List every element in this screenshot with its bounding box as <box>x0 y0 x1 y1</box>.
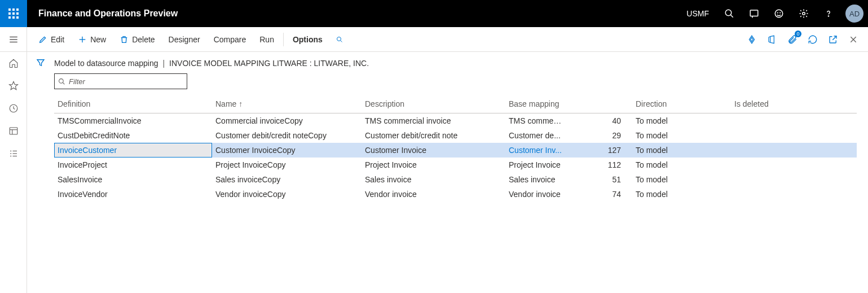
settings-button[interactable] <box>792 2 815 25</box>
nav-recent[interactable] <box>0 97 27 120</box>
cell-description[interactable]: Sales invoice <box>362 172 505 187</box>
close-button[interactable] <box>843 29 863 50</box>
cell-base-mapping[interactable]: Customer de... <box>505 128 567 143</box>
svg-point-0 <box>725 10 732 16</box>
company-picker[interactable]: USMF <box>680 9 716 18</box>
office-button[interactable] <box>762 29 782 50</box>
grid-filter-input[interactable] <box>69 77 183 86</box>
cell-direction[interactable]: To model <box>632 128 731 143</box>
search-button[interactable] <box>718 2 741 25</box>
cell-count[interactable]: 112 <box>567 158 632 172</box>
cell-base-mapping[interactable]: Customer Inv... <box>505 143 567 158</box>
power-apps-button[interactable] <box>742 29 762 50</box>
cell-description[interactable]: Customer debit/credit note <box>362 128 505 143</box>
cell-description[interactable]: Vendor invoice <box>362 187 505 202</box>
cell-direction[interactable]: To model <box>632 113 731 129</box>
cell-definition[interactable]: CustDebitCreditNote <box>54 128 212 143</box>
cell-is-deleted[interactable] <box>731 158 857 172</box>
cell-is-deleted[interactable] <box>731 187 857 202</box>
attachments-button[interactable]: 0 <box>782 29 803 50</box>
table-row[interactable]: CustDebitCreditNoteCustomer debit/credit… <box>54 128 857 143</box>
compare-button[interactable]: Compare <box>207 27 253 52</box>
new-button[interactable]: New <box>71 27 113 52</box>
svg-point-7 <box>828 16 829 16</box>
cell-name[interactable]: Sales invoiceCopy <box>212 172 362 187</box>
cell-definition[interactable]: TMSCommercialInvoice <box>54 113 212 129</box>
help-button[interactable] <box>817 2 840 25</box>
refresh-button[interactable] <box>803 29 823 50</box>
cell-count[interactable]: 29 <box>567 128 632 143</box>
cell-definition[interactable]: InvoiceProject <box>54 158 212 172</box>
separator <box>283 33 284 46</box>
mapping-grid: Definition Name Description Base mapping… <box>54 95 857 202</box>
avatar[interactable]: AD <box>845 5 863 23</box>
nav-expand-button[interactable] <box>0 27 27 52</box>
cell-base-mapping[interactable]: Sales invoice <box>505 172 567 187</box>
cell-name[interactable]: Vendor invoiceCopy <box>212 187 362 202</box>
nav-home[interactable] <box>0 52 27 75</box>
col-header-definition[interactable]: Definition <box>54 95 212 113</box>
table-row[interactable]: InvoiceProjectProject InvoiceCopyProject… <box>54 158 857 172</box>
cell-is-deleted[interactable] <box>731 172 857 187</box>
cell-is-deleted[interactable] <box>731 113 857 129</box>
messages-button[interactable] <box>743 2 765 25</box>
cell-count[interactable]: 127 <box>567 143 632 158</box>
svg-rect-2 <box>750 10 758 16</box>
cell-count[interactable]: 51 <box>567 172 632 187</box>
cell-name[interactable]: Customer InvoiceCopy <box>212 143 362 158</box>
cell-name[interactable]: Customer debit/credit noteCopy <box>212 128 362 143</box>
cell-base-mapping[interactable]: Project Invoice <box>505 158 567 172</box>
table-row[interactable]: SalesInvoiceSales invoiceCopySales invoi… <box>54 172 857 187</box>
feedback-button[interactable] <box>768 2 790 25</box>
header-right: USMF AD <box>680 2 868 25</box>
nav-modules[interactable] <box>0 142 27 165</box>
col-header-is-deleted[interactable]: Is deleted <box>731 95 857 113</box>
new-label: New <box>90 35 106 44</box>
options-button[interactable]: Options <box>286 27 329 52</box>
app-launcher-button[interactable] <box>0 0 27 27</box>
cell-definition[interactable]: SalesInvoice <box>54 172 212 187</box>
col-header-description[interactable]: Description <box>362 95 505 113</box>
popout-button[interactable] <box>823 29 843 50</box>
cell-direction[interactable]: To model <box>632 172 731 187</box>
col-header-name[interactable]: Name <box>212 95 362 113</box>
pencil-icon <box>38 35 47 44</box>
cell-count[interactable]: 40 <box>567 113 632 129</box>
table-row[interactable]: InvoiceVendorVendor invoiceCopyVendor in… <box>54 187 857 202</box>
waffle-icon <box>8 8 19 19</box>
cell-direction[interactable]: To model <box>632 187 731 202</box>
filter-pane-toggle-column <box>27 52 54 293</box>
nav-favorites[interactable] <box>0 75 27 97</box>
table-row[interactable]: TMSCommercialInvoiceCommercial invoiceCo… <box>54 113 857 129</box>
svg-point-5 <box>780 12 781 13</box>
svg-line-25 <box>340 40 342 42</box>
cell-description[interactable]: Project Invoice <box>362 158 505 172</box>
cell-base-mapping[interactable]: TMS commer... <box>505 113 567 129</box>
cell-base-mapping[interactable]: Vendor invoice <box>505 187 567 202</box>
svg-rect-13 <box>10 128 17 134</box>
cell-is-deleted[interactable] <box>731 143 857 158</box>
cell-name[interactable]: Project InvoiceCopy <box>212 158 362 172</box>
cell-description[interactable]: Customer Invoice <box>362 143 505 158</box>
edit-button[interactable]: Edit <box>32 27 71 52</box>
cell-description[interactable]: TMS commercial invoice <box>362 113 505 129</box>
cell-definition[interactable]: InvoiceCustomer <box>54 143 212 158</box>
cell-count[interactable]: 74 <box>567 187 632 202</box>
designer-button[interactable]: Designer <box>162 27 207 52</box>
cell-is-deleted[interactable] <box>731 128 857 143</box>
delete-button[interactable]: Delete <box>113 27 161 52</box>
cell-definition[interactable]: InvoiceVendor <box>54 187 212 202</box>
col-header-base-mapping[interactable]: Base mapping <box>505 95 567 113</box>
filter-pane-toggle[interactable] <box>36 58 46 293</box>
grid-filter-box[interactable] <box>54 73 187 89</box>
col-header-direction[interactable]: Direction <box>632 95 731 113</box>
edit-label: Edit <box>51 35 64 44</box>
run-button[interactable]: Run <box>253 27 281 52</box>
nav-workspaces[interactable] <box>0 120 27 142</box>
table-row[interactable]: InvoiceCustomerCustomer InvoiceCopyCusto… <box>54 143 857 158</box>
command-search-button[interactable] <box>329 27 350 52</box>
cell-name[interactable]: Commercial invoiceCopy <box>212 113 362 129</box>
cell-direction[interactable]: To model <box>632 158 731 172</box>
attachments-badge: 0 <box>795 30 801 37</box>
cell-direction[interactable]: To model <box>632 143 731 158</box>
